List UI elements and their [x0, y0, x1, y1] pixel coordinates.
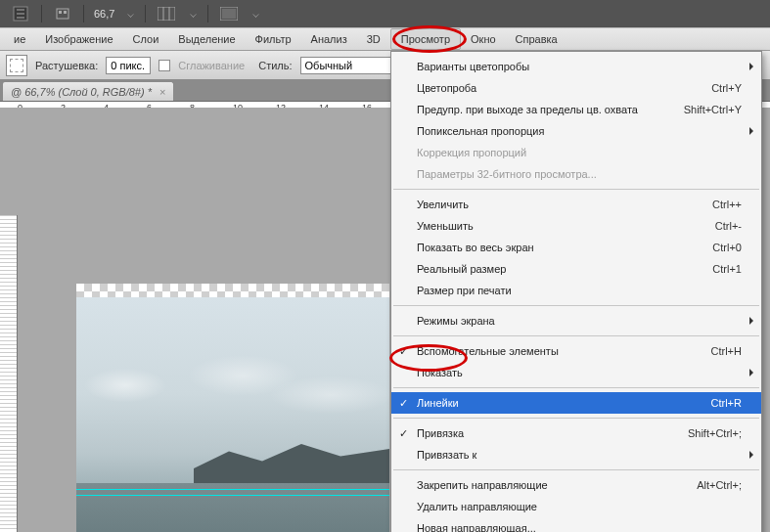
menu-item[interactable]: Новая направляющая... [391, 517, 761, 532]
menu-view[interactable]: Просмотр [390, 28, 461, 50]
menu-item[interactable]: Предупр. при выходе за пределы цв. охват… [391, 99, 761, 120]
menu-item[interactable]: Реальный размерCtrl+1 [391, 258, 761, 280]
menu-item[interactable]: ЦветопробаCtrl+Y [391, 77, 761, 99]
menu-item: Коррекция пропорций [391, 142, 761, 163]
menu-analysis[interactable]: Анализ [301, 29, 357, 49]
guide-line[interactable] [76, 495, 389, 496]
close-icon[interactable]: × [159, 86, 165, 98]
view-menu-dropdown: Варианты цветопробыЦветопробаCtrl+YПреду… [390, 51, 762, 532]
menu-item[interactable]: Режимы экрана [391, 310, 761, 332]
guide-line[interactable] [76, 489, 389, 490]
zoom-dropdown-icon[interactable] [128, 11, 134, 17]
zoom-level[interactable]: 66,7 [94, 8, 114, 20]
menu-image[interactable]: Изображение [35, 29, 122, 49]
menu-layer[interactable]: Слои [123, 29, 169, 49]
canvas[interactable] [76, 284, 389, 532]
menu-item[interactable]: ✓Вспомогательные элементыCtrl+H [391, 340, 761, 362]
document-tab[interactable]: @ 66,7% (Слой 0, RGB/8#) * × [2, 81, 174, 101]
style-label: Стиль: [258, 60, 292, 71]
antialias-label: Сглаживание [178, 60, 245, 71]
menu-item[interactable]: Попиксельная пропорция [391, 120, 761, 142]
svg-rect-4 [158, 7, 175, 21]
menu-filter[interactable]: Фильтр [246, 29, 301, 49]
svg-rect-3 [64, 11, 67, 14]
menu-3d[interactable]: 3D [357, 29, 390, 49]
image-layer [76, 297, 389, 532]
svg-rect-2 [59, 11, 62, 14]
menu-item[interactable]: ✓ПривязкаShift+Ctrl+; [391, 422, 761, 444]
menu-item[interactable]: Показать [391, 362, 761, 383]
menu-item[interactable]: Привязать к [391, 444, 761, 466]
menu-item: Параметры 32-битного просмотра... [391, 163, 761, 185]
menu-item[interactable]: УменьшитьCtrl+- [391, 215, 761, 237]
menu-window[interactable]: Окно [461, 29, 506, 49]
bridge-icon[interactable] [52, 3, 73, 24]
logo-icon[interactable] [10, 3, 31, 24]
screenmode-dropdown-icon[interactable] [253, 11, 259, 17]
svg-rect-1 [57, 9, 68, 19]
menu-help[interactable]: Справка [506, 29, 567, 49]
app-toolbar: 66,7 [0, 0, 770, 27]
menu-item[interactable]: Размер при печати [391, 280, 761, 301]
menu-edit[interactable]: ие [4, 29, 35, 49]
menu-item[interactable]: Закрепить направляющиеAlt+Ctrl+; [391, 474, 761, 496]
tool-preset-icon[interactable] [6, 55, 27, 76]
document-title: @ 66,7% (Слой 0, RGB/8#) * [11, 86, 152, 98]
arrange-dropdown-icon[interactable] [191, 11, 197, 17]
menu-item[interactable]: УвеличитьCtrl++ [391, 194, 761, 215]
antialias-checkbox[interactable] [159, 60, 170, 71]
menu-item[interactable]: Варианты цветопробы [391, 56, 761, 77]
menu-item[interactable]: Показать во весь экранCtrl+0 [391, 237, 761, 258]
menu-item[interactable]: ✓ЛинейкиCtrl+R [391, 392, 761, 414]
menu-item[interactable]: Удалить направляющие [391, 496, 761, 517]
screenmode-icon[interactable] [218, 3, 240, 24]
arrange-icon[interactable] [156, 3, 177, 24]
menubar: ие Изображение Слои Выделение Фильтр Ана… [0, 27, 770, 51]
menu-select[interactable]: Выделение [168, 29, 245, 49]
ruler-vertical[interactable] [0, 215, 18, 532]
feather-label: Растушевка: [35, 60, 98, 71]
svg-rect-8 [222, 9, 236, 19]
feather-input[interactable] [106, 57, 151, 74]
